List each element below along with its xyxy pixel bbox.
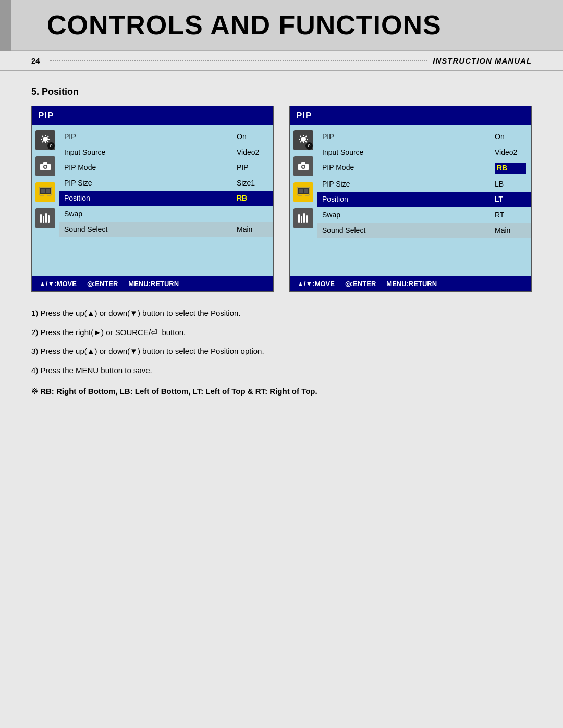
pip-menu-1-table: PIP On Input Source Video2 PIP Mode PIP … [59,125,273,276]
svg-rect-37 [302,195,305,197]
svg-rect-38 [300,197,307,198]
pip-menu-2: PIP [289,106,532,292]
pip-row-input: Input Source Video2 [59,145,273,161]
instruction-4: 4) Press the MENU button to save. [31,365,532,377]
svg-rect-17 [41,189,45,193]
svg-rect-22 [48,215,50,223]
instruction-3: 3) Press the up(▲) or down(▼) button to … [31,346,532,357]
svg-rect-45 [306,215,308,223]
eq-icon [35,208,55,228]
svg-rect-44 [303,213,305,223]
pip-2-enter-label: ◎:ENTER [345,280,376,288]
svg-rect-21 [45,213,47,223]
pip-row-mode: PIP Mode PIP [59,160,273,176]
sun-icon-2: 0 [293,130,313,150]
svg-line-29 [305,141,307,142]
pip-2-move-label: ▲/▼:MOVE [297,280,335,288]
svg-point-34 [302,166,304,168]
pip-menu-2-table: PIP On Input Source Video2 PIP Mode RB P… [317,125,531,276]
sun-icon: 0 [35,130,55,150]
pip-menu-1-bottom: ▲/▼:MOVE ◎:ENTER MENU:RETURN [32,276,273,291]
pip-row-size: PIP Size Size1 [59,176,273,191]
monitor-icon-2 [293,182,313,202]
svg-line-28 [300,136,301,137]
svg-rect-18 [46,189,50,193]
pip-menu-1-header: PIP [32,106,273,125]
pip-1-menu-label: MENU:RETURN [128,280,179,288]
svg-line-8 [42,141,43,142]
pip2-row-sound: Sound Select Main [317,223,531,239]
svg-line-7 [47,136,48,137]
pip-menu-1-icons: 0 [32,125,59,276]
pip-menu-2-icons: 0 [290,125,317,276]
pip-menus-container: PIP [31,106,532,292]
svg-point-23 [301,137,306,142]
pip-row-swap: Swap [59,206,273,222]
pip-row-position-highlighted: Position RB [59,191,273,206]
svg-line-31 [300,141,301,142]
svg-rect-41 [304,189,308,193]
pip-1-enter-label: ◎:ENTER [87,280,118,288]
pip-menu-2-bottom: ▲/▼:MOVE ◎:ENTER MENU:RETURN [290,276,531,291]
pip-2-menu-label: MENU:RETURN [386,280,437,288]
sun-badge: 0 [47,142,55,150]
page-info-bar: 24 INSTRUCTION MANUAL [0,51,563,71]
instruction-1: 1) Press the up(▲) or down(▼) button to … [31,307,532,319]
svg-line-5 [42,136,43,137]
pip-menu-2-body: 0 [290,125,531,276]
svg-rect-12 [43,162,47,164]
note: ※ RB: Right of Bottom, LB: Left of Botto… [31,387,532,396]
section-title: 5. Position [31,87,532,97]
pip-1-move-label: ▲/▼:MOVE [39,280,77,288]
svg-point-11 [44,166,46,168]
monitor-icon [35,182,55,202]
instructions-section: 1) Press the up(▲) or down(▼) button to … [31,307,532,396]
pip2-row-swap: Swap RT [317,207,531,223]
eq-icon-2 [293,208,313,228]
svg-line-30 [305,136,307,137]
pip2-row-mode: PIP Mode RB [317,160,531,177]
svg-rect-35 [301,162,305,164]
svg-rect-14 [44,195,47,197]
manual-title: INSTRUCTION MANUAL [433,56,532,65]
svg-rect-15 [42,197,48,198]
instruction-2: 2) Press the right(►) or SOURCE/⏎ button… [31,327,532,339]
pip2-row-pip: PIP On [317,129,531,145]
pip-row-sound: Sound Select Main [59,222,273,238]
svg-rect-19 [40,214,42,223]
pip2-row-position-highlighted: Position LT [317,192,531,207]
pip2-row-size: PIP Size LB [317,177,531,192]
svg-rect-42 [298,214,300,223]
pip-menu-1-body: 0 [32,125,273,276]
page-title: CONTROLS AND FUNCTIONS [47,9,563,41]
svg-rect-43 [301,216,302,223]
svg-rect-20 [43,216,44,223]
page-number: 24 [31,56,40,65]
pip-menu-1: PIP [31,106,274,292]
camera-icon [35,156,55,176]
svg-point-0 [43,137,48,142]
pip2-row-input: Input Source Video2 [317,145,531,161]
pip-row-pip: PIP On [59,129,273,145]
sun-badge-2: 0 [305,142,313,150]
pip-menu-2-header: PIP [290,106,531,125]
divider-line [50,60,428,61]
camera-icon-2 [293,156,313,176]
svg-line-6 [47,141,48,142]
svg-rect-40 [299,189,303,193]
